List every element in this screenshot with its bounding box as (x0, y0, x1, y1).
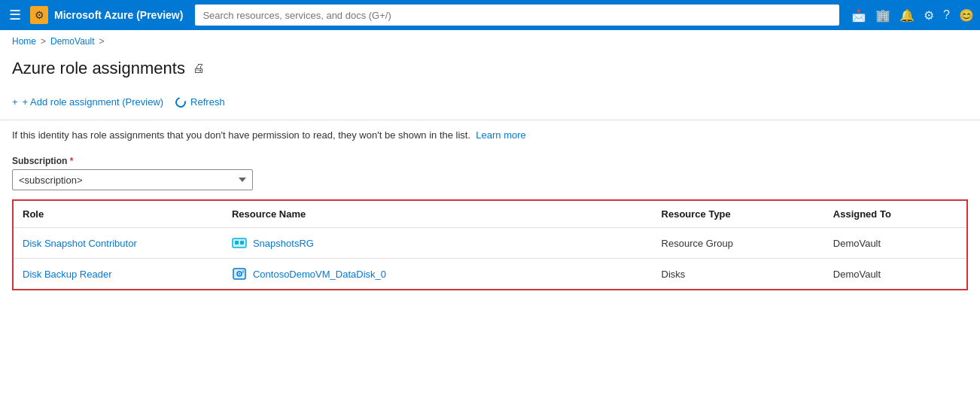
resource-name-link[interactable]: SnapshotsRG (253, 238, 314, 249)
breadcrumb: Home > DemoVault > (0, 30, 980, 53)
resource-name-link[interactable]: ContosoDemoVM_DataDisk_0 (253, 269, 386, 280)
resource-type-cell: Resource Group (653, 228, 824, 259)
table-container: Role Resource Name Resource Type Assigne… (0, 199, 980, 290)
refresh-button[interactable]: Refresh (175, 93, 225, 111)
resource-group-icon (232, 235, 247, 251)
topbar: ☰ ⚙ Microsoft Azure (Preview) 📩 🏢 🔔 ⚙ ? … (0, 0, 980, 30)
page-header: Azure role assignments 🖨 (0, 53, 980, 87)
col-header-resource-type: Resource Type (653, 200, 824, 228)
role-assignments-table: Role Resource Name Resource Type Assigne… (12, 199, 968, 290)
refresh-label: Refresh (190, 96, 225, 108)
svg-rect-2 (235, 241, 239, 245)
directory-icon[interactable]: 🏢 (875, 8, 890, 23)
required-star: * (70, 156, 74, 166)
azure-logo: ⚙ (30, 6, 48, 24)
filter-label: Subscription * (12, 156, 968, 166)
add-role-label: + Add role assignment (Preview) (23, 96, 164, 108)
breadcrumb-sep-2: > (99, 36, 105, 47)
app-title: Microsoft Azure (Preview) (54, 9, 183, 21)
hamburger-icon[interactable]: ☰ (6, 4, 24, 26)
role-link[interactable]: Disk Snapshot Contributor (23, 238, 137, 249)
search-box[interactable] (195, 5, 839, 26)
account-icon[interactable]: 😊 (959, 8, 974, 23)
role-link[interactable]: Disk Backup Reader (23, 269, 112, 280)
breadcrumb-sep-1: > (41, 36, 46, 47)
col-header-assigned-to: Assigned To (824, 200, 967, 228)
subscription-select[interactable]: <subscription> (12, 169, 253, 190)
disk-icon (232, 266, 247, 281)
resource-cell: ContosoDemoVM_DataDisk_0 (232, 266, 644, 281)
info-bar: If this identity has role assignments th… (0, 120, 980, 150)
feedback-icon[interactable]: 📩 (851, 8, 866, 23)
search-input[interactable] (195, 5, 839, 26)
toolbar: + + Add role assignment (Preview) Refres… (0, 87, 980, 120)
svg-rect-0 (233, 238, 246, 248)
breadcrumb-vault[interactable]: DemoVault (50, 36, 94, 47)
table-row: Disk Backup Reader ContosoDemoVM_DataDis… (13, 259, 967, 290)
assigned-to-cell: DemoVault (824, 259, 967, 290)
add-icon: + (12, 96, 18, 108)
svg-point-7 (239, 273, 240, 275)
col-header-role: Role (13, 200, 223, 228)
info-text: If this identity has role assignments th… (12, 129, 470, 141)
page-title: Azure role assignments (12, 59, 185, 78)
topbar-icons: 📩 🏢 🔔 ⚙ ? 😊 (851, 8, 974, 23)
assigned-to-cell: DemoVault (824, 228, 967, 259)
filter-section: Subscription * <subscription> (0, 150, 980, 199)
svg-rect-3 (240, 241, 244, 245)
table-row: Disk Snapshot Contributor SnapshotsRGRes… (13, 228, 967, 259)
add-role-assignment-button[interactable]: + + Add role assignment (Preview) (12, 93, 163, 111)
breadcrumb-home[interactable]: Home (12, 36, 36, 47)
learn-more-link[interactable]: Learn more (476, 129, 525, 141)
settings-icon[interactable]: ⚙ (924, 8, 934, 23)
resource-type-cell: Disks (653, 259, 824, 290)
resource-cell: SnapshotsRG (232, 235, 644, 251)
col-header-resource-name: Resource Name (223, 200, 653, 228)
refresh-icon (174, 95, 188, 109)
help-icon[interactable]: ? (943, 8, 950, 22)
print-icon[interactable]: 🖨 (193, 62, 205, 75)
notifications-icon[interactable]: 🔔 (899, 8, 915, 23)
table-header-row: Role Resource Name Resource Type Assigne… (13, 200, 967, 228)
